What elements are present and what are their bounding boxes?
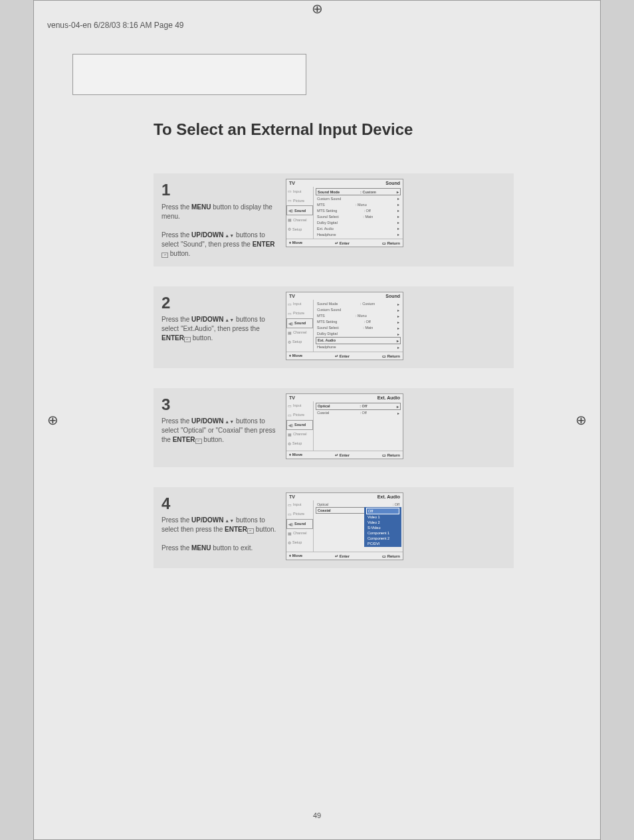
osd-footer: ♦ Move ↵ Enter ▭ Return: [286, 552, 403, 560]
osd-titlebar: TV Sound: [286, 292, 403, 300]
value: : Main: [363, 215, 373, 219]
sidebar-item-setup: ⚙Setup: [286, 538, 313, 548]
input-icon: ▭: [288, 502, 292, 507]
arrow-right-icon: ▸: [397, 326, 399, 330]
osd-panel-2: TV Sound ▭Input ▭Picture ◀)Sound ▦Channe…: [286, 292, 403, 360]
osd-row: Ext. Audio▸: [316, 337, 401, 344]
osd-footer: ♦ Move ↵ Enter ▭ Return: [286, 239, 403, 247]
arrow-right-icon: ▸: [397, 404, 399, 409]
sound-icon: ◀): [288, 208, 293, 213]
label: Custom Sound: [317, 308, 341, 312]
dropdown-item: Video 2: [366, 520, 399, 525]
osd-row: Ext. Audio▸: [316, 225, 401, 231]
label: Sound: [294, 209, 306, 213]
step-1: 1 Press the MENU button to display the m…: [154, 173, 514, 266]
up-down-arrows-icon: ▲▼: [223, 233, 234, 238]
setup-icon: ⚙: [288, 340, 291, 344]
text: ENTER: [161, 334, 184, 342]
value: : Off: [364, 320, 370, 324]
enter-icon: ↵: [247, 528, 254, 534]
osd-titlebar: TV Ext. Audio: [286, 493, 403, 500]
dropdown-item: Component 1: [366, 530, 399, 536]
osd-row: Optical: Off: [316, 502, 401, 507]
arrow-right-icon: ▸: [397, 232, 399, 237]
sound-icon: ◀): [288, 522, 293, 526]
osd-row: MTS Setting: Off▸: [316, 207, 401, 213]
label: Channel: [293, 432, 307, 436]
osd-row: Headphone▸: [316, 231, 401, 237]
up-down-arrows-icon: ▲▼: [223, 419, 234, 424]
sidebar-item-setup: ⚙Setup: [286, 225, 313, 234]
label: Sound: [294, 522, 306, 526]
footer-return: ▭ Return: [382, 453, 400, 457]
osd-row: Sound Select: Main▸: [316, 213, 401, 219]
arrow-right-icon: ▸: [397, 202, 399, 207]
osd-row: Sound Mode: Custom▸: [316, 188, 401, 195]
value: : Mono: [356, 314, 367, 318]
text: UP/DOWN: [191, 417, 223, 425]
crop-mark-top-icon: ⊕: [312, 1, 323, 17]
osd-footer: ♦ Move ↵ Enter ▭ Return: [286, 352, 403, 360]
arrow-right-icon: ▸: [397, 314, 399, 318]
arrow-right-icon: ▸: [397, 338, 399, 343]
label: Ext. Audio: [318, 338, 336, 342]
text: Press the: [161, 316, 191, 323]
osd-main: Sound Mode: Custom▸ Custom Sound▸ MTS: M…: [314, 187, 403, 239]
osd-section-title: Sound: [385, 181, 400, 185]
osd-main: Optical: Off▸ Coaxial: Off▸: [314, 401, 403, 451]
text: button to exit.: [211, 544, 253, 552]
dropdown-item: PC/DVI: [366, 541, 399, 546]
osd-row: MTS: Mono▸: [316, 313, 401, 319]
label: Setup: [292, 441, 302, 445]
value: : Off: [364, 209, 370, 213]
osd-body: ▭Input ▭Picture ◀)Sound ▦Channel ⚙Setup …: [286, 401, 403, 451]
step-number: 2: [161, 292, 278, 314]
text: ENTER: [225, 526, 247, 533]
picture-icon: ▭: [288, 198, 292, 203]
dropdown-item: S-Video: [366, 525, 399, 530]
step-number: 3: [161, 393, 278, 416]
label: Sound Mode: [318, 190, 340, 194]
footer-enter: ↵ Enter: [335, 554, 350, 558]
label: MTS: [317, 203, 325, 207]
page-title: To Select an External Input Device: [154, 120, 413, 139]
print-header: venus-04-en 6/28/03 8:16 AM Page 49: [47, 21, 183, 30]
text: MENU: [191, 203, 211, 211]
label: Channel: [293, 218, 307, 222]
osd-row: Optical: Off▸: [316, 403, 401, 410]
picture-icon: ▭: [288, 311, 292, 316]
label: Channel: [293, 330, 307, 334]
picture-icon: ▭: [288, 512, 292, 516]
label: Coaxial: [317, 411, 329, 415]
osd-row: MTS Setting: Off▸: [316, 319, 401, 325]
osd-row: Coaxial: Off▸: [316, 410, 401, 416]
sidebar-item-channel: ▦Channel: [286, 215, 313, 225]
dropdown-item: Video 1: [366, 514, 399, 520]
arrow-right-icon: ▸: [397, 320, 399, 324]
osd-main: Optical: Off Coaxial: Off Video 1 Video …: [314, 500, 403, 552]
sound-icon: ◀): [288, 423, 293, 427]
text: ENTER: [173, 436, 195, 443]
label: Sound: [294, 321, 306, 325]
label: Headphone: [317, 345, 336, 349]
label: Input: [293, 302, 301, 306]
page: venus-04-en 6/28/03 8:16 AM Page 49 ⊕ ⊕ …: [33, 0, 601, 840]
arrow-right-icon: ▸: [397, 308, 399, 312]
text: Press the: [161, 544, 191, 552]
footer-move: ♦ Move: [289, 241, 302, 245]
channel-icon: ▦: [288, 531, 292, 536]
arrow-right-icon: ▸: [397, 302, 399, 306]
label: Picture: [293, 199, 304, 203]
arrow-right-icon: ▸: [397, 345, 399, 350]
osd-tv-label: TV: [289, 294, 295, 298]
label: Sound: [294, 423, 306, 427]
label: Setup: [292, 340, 302, 344]
osd-row: Headphone▸: [316, 344, 401, 350]
arrow-right-icon: ▸: [397, 332, 399, 336]
osd-row: Sound Select: Main▸: [316, 325, 401, 331]
text: button.: [254, 526, 276, 533]
arrow-right-icon: ▸: [397, 189, 399, 194]
sidebar-item-picture: ▭Picture: [286, 196, 313, 205]
sidebar-item-input: ▭Input: [286, 500, 313, 510]
enter-icon: ↵: [184, 337, 191, 342]
